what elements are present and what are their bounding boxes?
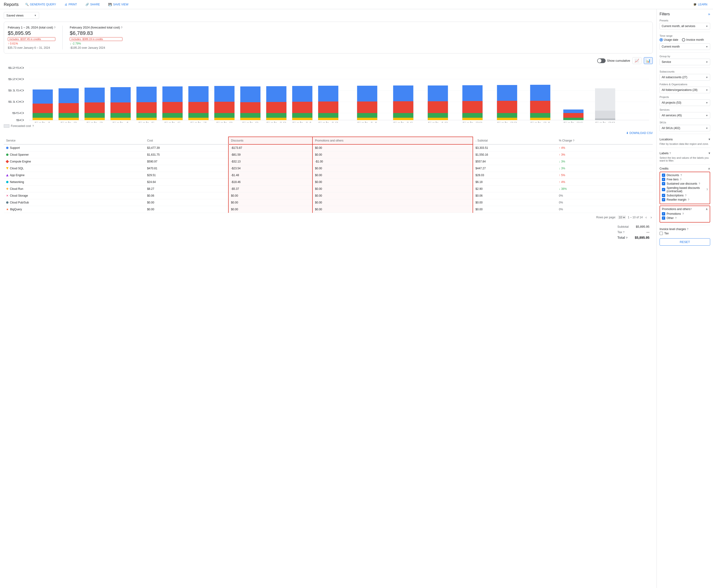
labels-row[interactable]: Labels ? ▾: [659, 150, 710, 156]
subtotal-cell: $3,303.51: [473, 144, 557, 151]
subscriptions-checkbox-row[interactable]: Subscriptions ?: [662, 194, 708, 197]
sort-icon: ↓: [476, 140, 477, 142]
reseller-margin-checkbox: [662, 198, 665, 201]
svg-text:Feb 7: Feb 7: [190, 122, 207, 123]
tax-help-icon[interactable]: ?: [623, 231, 625, 234]
svg-rect-61: [357, 102, 377, 113]
svg-rect-63: [357, 118, 377, 120]
chart-container: $250 $200 $150 $100 $50 $0: [4, 66, 653, 123]
subtotal-cell: $1,550.16: [473, 151, 557, 158]
labels-help-icon[interactable]: ?: [669, 152, 671, 155]
totals-section: Subtotal $5,895.95 Tax ? — Total ? $5,89: [4, 224, 653, 241]
svg-rect-69: [428, 101, 448, 113]
subaccounts-dropdown[interactable]: All subaccounts (27) ▼: [659, 74, 710, 81]
sustained-use-checkbox: [662, 182, 665, 185]
discount-cell: $0.00: [228, 206, 313, 213]
discounts-checkbox-row[interactable]: Discounts ?: [662, 173, 708, 177]
change-cell: ↓ 38%: [557, 186, 653, 192]
svg-rect-22: [85, 113, 105, 118]
free-tiers-checkbox-row[interactable]: Free tiers ?: [662, 178, 708, 181]
prev-page-btn[interactable]: ‹: [645, 215, 648, 220]
saved-views-dropdown[interactable]: Saved views ▼: [4, 12, 39, 19]
forecasted-cost-help-icon[interactable]: ?: [121, 26, 122, 29]
forecasted-help-icon[interactable]: ?: [32, 125, 34, 127]
skus-dropdown[interactable]: All SKUs (402) ▼: [659, 125, 710, 131]
presets-dropdown[interactable]: Current month, all services ▼: [659, 23, 710, 29]
table-row: Networking $24.64 -$18.46 $0.00 $6.18 ↑ …: [4, 179, 653, 186]
promotions-checkbox: [662, 212, 665, 215]
next-page-btn[interactable]: ›: [650, 215, 653, 220]
svg-text:Feb 16: Feb 16: [393, 122, 414, 123]
svg-rect-54: [292, 113, 313, 118]
discounts-help-icon[interactable]: ?: [680, 174, 682, 176]
share-btn[interactable]: 🔗 SHARE: [84, 2, 102, 7]
subscriptions-help-icon[interactable]: ?: [685, 194, 686, 197]
services-dropdown[interactable]: All services (45) ▼: [659, 112, 710, 119]
print-btn[interactable]: 🖨 PRINT: [63, 2, 79, 7]
table-row: Support $3,477.39 -$173.87 $0.00 $3,303.…: [4, 144, 653, 151]
invoice-charges-help-icon[interactable]: ?: [687, 228, 688, 231]
time-range-arrow-icon: ▼: [706, 45, 708, 48]
promotions-help-icon[interactable]: ?: [683, 212, 684, 215]
other-checkbox-row[interactable]: Other ?: [662, 216, 708, 220]
svg-rect-53: [292, 102, 313, 113]
free-tiers-help-icon[interactable]: ?: [680, 178, 681, 181]
credits-collapse-icon[interactable]: ∧: [708, 167, 710, 170]
svg-rect-86: [563, 118, 584, 120]
projects-dropdown[interactable]: All projects (53) ▼: [659, 99, 710, 106]
total-help-icon[interactable]: ?: [626, 236, 628, 239]
rows-per-page-select[interactable]: 10 25 50: [618, 215, 626, 219]
promotions-checkbox-row[interactable]: Promotions ?: [662, 212, 708, 215]
tax-label: Tax ?: [614, 230, 631, 234]
folders-dropdown[interactable]: All folders/organizations (28) ▼: [659, 87, 710, 93]
group-by-dropdown[interactable]: Service ▼: [659, 59, 710, 65]
sustained-use-help-icon[interactable]: ?: [699, 182, 700, 185]
learn-btn[interactable]: 🎓 LEARN: [691, 2, 709, 7]
promotions-others-help-icon[interactable]: ?: [690, 208, 692, 211]
svg-text:$0: $0: [16, 119, 24, 122]
services-section: Services All services (45) ▼: [659, 108, 710, 119]
save-view-btn[interactable]: 💾 SAVE VIEW: [106, 2, 130, 7]
other-help-icon[interactable]: ?: [675, 217, 676, 219]
subtotal-cell: $28.03: [473, 172, 557, 179]
subtotal-value: $5,895.95: [632, 224, 652, 229]
col-promotions: Promotions and others: [313, 137, 473, 144]
tax-checkbox-row[interactable]: Tax: [659, 232, 710, 235]
spending-based-help-icon[interactable]: ?: [707, 188, 708, 191]
download-csv-btn[interactable]: ⬇ DOWNLOAD CSV: [626, 131, 653, 135]
line-chart-btn[interactable]: 📈: [632, 57, 642, 64]
bar-chart-btn[interactable]: 📊: [644, 57, 653, 64]
saved-views-bar: Saved views ▼: [4, 12, 653, 19]
locations-row[interactable]: Locations ▾: [659, 136, 710, 142]
forecasted-change-arrow-icon: ↓: [70, 42, 71, 45]
forecasted-change: ↓ -2.79%: [70, 42, 122, 45]
invoice-month-radio: [682, 38, 685, 41]
svg-rect-77: [497, 101, 517, 113]
reseller-margin-help-icon[interactable]: ?: [688, 198, 689, 201]
promotions-collapse-icon[interactable]: ∧: [706, 208, 708, 211]
time-range-dropdown[interactable]: Current month ▼: [659, 43, 710, 50]
svg-rect-62: [357, 113, 377, 118]
filters-expand-icon[interactable]: »: [708, 12, 710, 16]
generate-query-btn[interactable]: 🔍 GENERATE QUERY: [23, 2, 58, 7]
svg-rect-13: [33, 104, 53, 113]
reset-btn[interactable]: RESET: [659, 238, 710, 246]
svg-rect-47: [240, 118, 260, 120]
actual-change-detail: $35.73 over January 6 – 31, 2024: [8, 46, 55, 49]
table-row: App Engine $29.51 -$1.48 $0.00 $28.03 ↑ …: [4, 172, 653, 179]
table-row: Cloud Spanner $1,631.75 -$81.59 $0.00 $1…: [4, 151, 653, 158]
show-cumulative-toggle[interactable]: Show cumulative: [597, 58, 630, 63]
usage-date-option[interactable]: Usage date: [659, 38, 678, 41]
svg-rect-46: [240, 113, 260, 118]
change-help-icon[interactable]: ?: [573, 139, 574, 142]
spending-based-checkbox-row[interactable]: Spending based discounts (contractual) ?: [662, 186, 708, 193]
rows-per-page-label: Rows per page:: [596, 216, 616, 219]
service-name-cell: Cloud Pub/Sub: [4, 199, 145, 206]
app-title: Reports: [4, 2, 19, 7]
sustained-use-checkbox-row[interactable]: Sustained use discounts ?: [662, 182, 708, 185]
actual-cost-help-icon[interactable]: ?: [54, 26, 55, 29]
invoice-month-option[interactable]: Invoice month: [682, 38, 704, 41]
cost-cell: $29.51: [145, 172, 228, 179]
svg-rect-71: [428, 118, 448, 120]
reseller-margin-checkbox-row[interactable]: Reseller margin ?: [662, 198, 708, 201]
